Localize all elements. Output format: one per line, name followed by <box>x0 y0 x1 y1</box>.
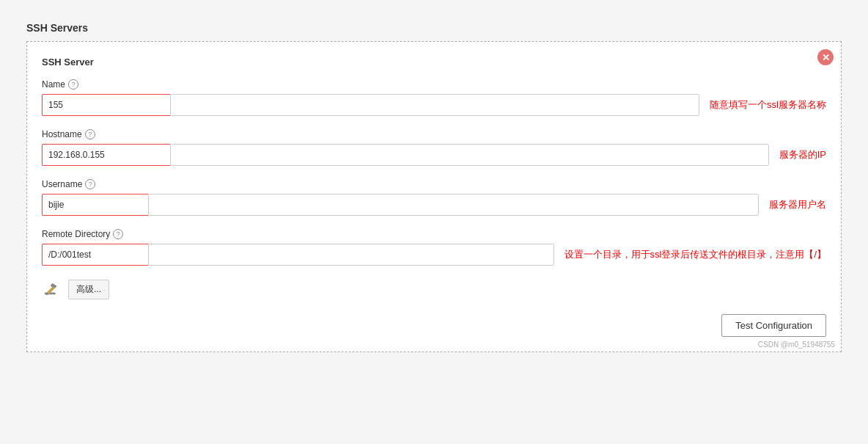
page-title: SSH Servers <box>26 22 88 34</box>
name-full-input <box>170 94 699 116</box>
close-button[interactable]: ✕ <box>817 49 834 65</box>
remote-dir-field-group: Remote Directory ? 设置一个目录，用于ssl登录后传送文件的根… <box>42 229 826 266</box>
name-input-pair: 随意填写一个ssl服务器名称 <box>42 94 826 116</box>
hostname-annotation: 服务器的IP <box>779 148 826 161</box>
name-field-group: Name ? 随意填写一个ssl服务器名称 <box>42 79 826 116</box>
remote-dir-full-input <box>148 244 554 266</box>
username-full-input <box>148 194 759 216</box>
remote-dir-input[interactable] <box>42 244 148 266</box>
username-label: Username ? <box>42 179 826 189</box>
username-input-pair: 服务器用户名 <box>42 194 826 216</box>
hostname-input[interactable] <box>42 144 170 166</box>
watermark: CSDN @m0_51948755 <box>758 341 835 349</box>
username-input[interactable] <box>42 194 148 216</box>
advanced-button[interactable]: 高级... <box>68 280 109 299</box>
remote-dir-label: Remote Directory ? <box>42 229 826 239</box>
name-help-icon[interactable]: ? <box>68 79 78 90</box>
name-annotation: 随意填写一个ssl服务器名称 <box>710 98 826 112</box>
hostname-input-pair: 服务器的IP <box>42 144 826 166</box>
username-help-icon[interactable]: ? <box>85 179 95 189</box>
username-field-group: Username ? 服务器用户名 <box>42 179 826 216</box>
edit-pencil-icon <box>44 281 60 297</box>
remote-dir-input-pair: 设置一个目录，用于ssl登录后传送文件的根目录，注意用【/】 <box>42 244 826 266</box>
hostname-label: Hostname ? <box>42 129 826 139</box>
footer-row: Test Configuration <box>42 314 826 337</box>
section-title: SSH Server <box>42 57 826 68</box>
name-input[interactable] <box>42 94 170 116</box>
hostname-help-icon[interactable]: ? <box>85 129 95 139</box>
ssh-server-box: ✕ SSH Server Name ? 随意填写一个ssl服务器名称 Hostn… <box>26 41 842 352</box>
bottom-row: 高级... <box>42 279 826 299</box>
page-wrapper: SSH Servers ✕ SSH Server Name ? 随意填写一个ss… <box>15 15 853 444</box>
test-configuration-button[interactable]: Test Configuration <box>721 314 826 337</box>
hostname-field-group: Hostname ? 服务器的IP <box>42 129 826 166</box>
username-annotation: 服务器用户名 <box>769 198 826 211</box>
name-label: Name ? <box>42 79 826 90</box>
edit-icon-button[interactable] <box>42 279 62 299</box>
remote-dir-help-icon[interactable]: ? <box>113 229 123 239</box>
remote-dir-annotation: 设置一个目录，用于ssl登录后传送文件的根目录，注意用【/】 <box>564 248 827 261</box>
hostname-full-input <box>170 144 769 166</box>
